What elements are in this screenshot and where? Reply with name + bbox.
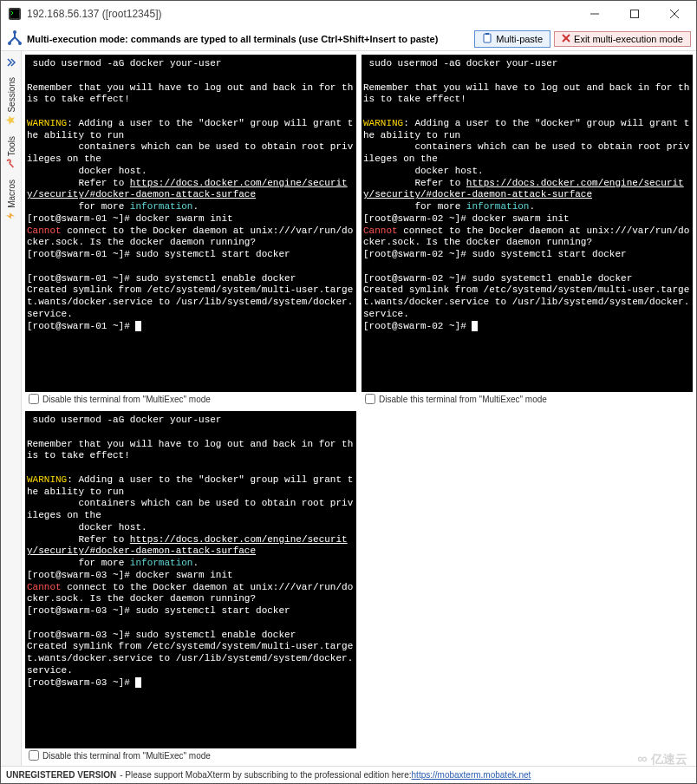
- terminal-grid: sudo usermod -aG docker your-user Rememb…: [22, 51, 696, 766]
- multipaste-label: Multi-paste: [496, 34, 543, 44]
- checkbox-input[interactable]: [365, 394, 375, 404]
- star-icon: [5, 115, 17, 127]
- sidebar-item-macros[interactable]: Macros: [5, 176, 17, 226]
- sidebar: Sessions Tools Macros: [1, 51, 22, 766]
- checkbox-input[interactable]: [29, 394, 39, 404]
- titlebar: 192.168.56.137 ([root12345]): [1, 1, 696, 27]
- maximize-button[interactable]: [615, 1, 655, 27]
- terminal-3[interactable]: sudo usermod -aG docker your-user Rememb…: [25, 411, 356, 748]
- window-title: 192.168.56.137 ([root12345]): [27, 8, 575, 20]
- checkbox-label: Disable this terminal from "MultiExec" m…: [42, 395, 211, 404]
- sidebar-item-sessions[interactable]: Sessions: [5, 74, 17, 131]
- terminal-panel-3: sudo usermod -aG docker your-user Rememb…: [25, 411, 356, 762]
- svg-point-8: [18, 42, 22, 45]
- svg-point-6: [13, 30, 16, 34]
- terminal-2-disable-checkbox[interactable]: Disable this terminal from "MultiExec" m…: [362, 392, 693, 406]
- terminal-1[interactable]: sudo usermod -aG docker your-user Rememb…: [25, 55, 356, 392]
- svg-rect-10: [485, 33, 489, 35]
- expand-icon[interactable]: [5, 56, 17, 69]
- window-controls: [575, 1, 694, 27]
- bolt-icon: [5, 211, 17, 223]
- terminal-panel-2: sudo usermod -aG docker your-user Rememb…: [362, 55, 693, 406]
- terminal-panel-1: sudo usermod -aG docker your-user Rememb…: [25, 55, 356, 406]
- multiexec-icon: [6, 30, 23, 48]
- checkbox-input[interactable]: [29, 750, 39, 761]
- paste-icon: [482, 33, 492, 45]
- statusbar-bold: UNREGISTERED VERSION: [6, 770, 116, 780]
- terminal-3-disable-checkbox[interactable]: Disable this terminal from "MultiExec" m…: [25, 748, 356, 762]
- close-button[interactable]: [655, 1, 694, 27]
- watermark: ∞ 亿速云: [637, 751, 687, 768]
- sidebar-macros-label: Macros: [6, 180, 16, 208]
- statusbar-link[interactable]: https://mobaxterm.mobatek.net: [412, 770, 531, 780]
- multipaste-button[interactable]: Multi-paste: [474, 30, 550, 48]
- exit-multiexec-button[interactable]: Exit multi-execution mode: [554, 31, 691, 47]
- sidebar-item-tools[interactable]: Tools: [5, 133, 17, 174]
- checkbox-label: Disable this terminal from "MultiExec" m…: [42, 751, 211, 761]
- svg-point-7: [8, 42, 11, 45]
- statusbar: UNREGISTERED VERSION - Please support Mo…: [1, 766, 696, 783]
- terminal-1-disable-checkbox[interactable]: Disable this terminal from "MultiExec" m…: [25, 392, 356, 406]
- modebar-text: Multi-execution mode: commands are typed…: [27, 34, 471, 44]
- sidebar-tools-label: Tools: [6, 136, 16, 156]
- svg-rect-9: [484, 34, 491, 42]
- checkbox-label: Disable this terminal from "MultiExec" m…: [379, 395, 547, 404]
- minimize-button[interactable]: [575, 1, 615, 27]
- terminal-panel-empty: [362, 411, 693, 762]
- modebar: Multi-execution mode: commands are typed…: [1, 27, 696, 51]
- terminal-2[interactable]: sudo usermod -aG docker your-user Rememb…: [362, 55, 693, 392]
- main-area: Sessions Tools Macros sudo usermod -aG d…: [1, 51, 696, 766]
- sidebar-sessions-label: Sessions: [6, 77, 16, 113]
- tools-icon: [5, 159, 17, 171]
- exit-multiexec-label: Exit multi-execution mode: [574, 34, 683, 44]
- app-icon: [8, 7, 22, 21]
- svg-rect-3: [631, 10, 639, 18]
- close-icon: [562, 34, 570, 44]
- statusbar-text: - Please support MobaXterm by subscribin…: [120, 770, 411, 780]
